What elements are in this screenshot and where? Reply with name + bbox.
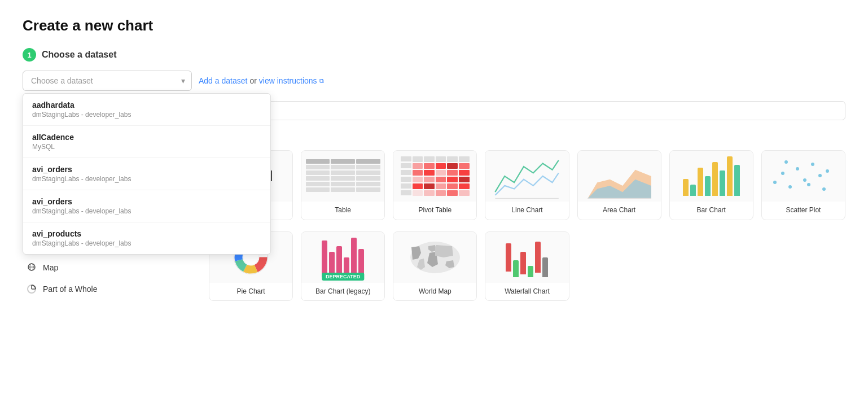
chart-card-bar-chart-legacy[interactable]: DEPRECATED Bar Chart (legacy) — [301, 231, 385, 301]
chart-thumb — [393, 151, 476, 202]
dataset-links: Add a dataset or view instructions ⧉ — [199, 76, 324, 85]
dropdown-item[interactable]: allCadence MySQL — [23, 126, 270, 158]
sidebar-item-label: Part of a Whole — [43, 285, 98, 294]
chart-label: Bar Chart (legacy) — [301, 283, 384, 301]
chart-label: World Map — [393, 283, 476, 301]
chart-card-world-map[interactable]: World Map — [393, 231, 477, 301]
chart-card-area-chart[interactable]: Area Chart — [577, 150, 661, 220]
view-instructions-link[interactable]: view instructions — [259, 76, 317, 85]
chart-label: Pie Chart — [209, 283, 292, 301]
waterfall-chart-preview — [501, 238, 553, 277]
chart-card-pivot-table[interactable]: Pivot Table — [393, 150, 477, 220]
bar-chart-legacy-preview — [317, 238, 369, 277]
dataset-select[interactable]: Choose a dataset — [23, 71, 192, 91]
page-title: Create a new chart — [23, 17, 845, 34]
chart-label: Table — [301, 202, 384, 220]
chart-thumb — [485, 151, 568, 202]
dropdown-item[interactable]: avi_orders dmStagingLabs - developer_lab… — [23, 158, 270, 190]
pivot-preview — [398, 154, 471, 198]
step-badge: 1 — [23, 48, 36, 62]
dropdown-item[interactable]: aadhardata dmStagingLabs - developer_lab… — [23, 94, 270, 126]
chart-card-scatter-plot[interactable]: Scatter Plot — [761, 150, 845, 220]
chart-thumb — [670, 151, 753, 202]
sidebar-item-part-of-whole[interactable]: Part of a Whole — [23, 278, 192, 300]
chart-label: Scatter Plot — [762, 202, 845, 220]
step-label: Choose a dataset — [42, 50, 116, 60]
part-of-whole-icon — [26, 283, 37, 295]
deprecated-badge: DEPRECATED — [322, 273, 364, 281]
line-chart-preview — [485, 151, 568, 202]
chart-label: Area Chart — [578, 202, 661, 220]
chart-label: Bar Chart — [670, 202, 753, 220]
chart-card-line-chart[interactable]: Line Chart — [485, 150, 569, 220]
chart-label: Line Chart — [485, 202, 568, 220]
dropdown-item[interactable]: avi_products dmStagingLabs - developer_l… — [23, 222, 270, 254]
chart-thumb — [393, 232, 476, 283]
table-preview — [306, 159, 380, 193]
charts-bottom-grid: Pie Chart DEPRECATED — [209, 231, 845, 301]
section-label: Trendline — [209, 132, 845, 142]
charts-area: Trendline 80.7M Big Number — [203, 101, 845, 301]
charts-top-grid: 80.7M Big Number — [209, 150, 845, 220]
chart-card-bar-chart[interactable]: Bar Chart — [669, 150, 753, 220]
charts-search-input[interactable] — [209, 101, 845, 120]
dataset-select-wrapper: Choose a dataset ▾ aadhardata dmStagingL… — [23, 71, 192, 91]
dropdown-item[interactable]: avi_orders dmStagingLabs - developer_lab… — [23, 190, 270, 222]
map-icon — [26, 262, 37, 273]
area-chart-preview — [578, 151, 661, 202]
sidebar-item-map[interactable]: Map — [23, 257, 192, 278]
external-link-icon: ⧉ — [319, 77, 324, 85]
chart-label: Waterfall Chart — [485, 283, 568, 301]
chart-thumb — [485, 232, 568, 283]
add-dataset-link[interactable]: Add a dataset — [199, 76, 247, 85]
chart-card-waterfall-chart[interactable]: Waterfall Chart — [485, 231, 569, 301]
chart-thumb — [762, 151, 845, 202]
dataset-dropdown: aadhardata dmStagingLabs - developer_lab… — [23, 93, 271, 255]
chart-card-table[interactable]: Table — [301, 150, 385, 220]
chart-thumb — [301, 151, 384, 202]
sidebar-item-label: Map — [43, 263, 58, 272]
bar-chart-preview — [678, 156, 744, 196]
chart-thumb — [578, 151, 661, 202]
chart-label: Pivot Table — [393, 202, 476, 220]
scatter-plot-preview — [766, 154, 840, 199]
chart-thumb: DEPRECATED — [301, 232, 384, 283]
or-text: or — [249, 76, 256, 85]
world-map-preview — [407, 236, 463, 278]
